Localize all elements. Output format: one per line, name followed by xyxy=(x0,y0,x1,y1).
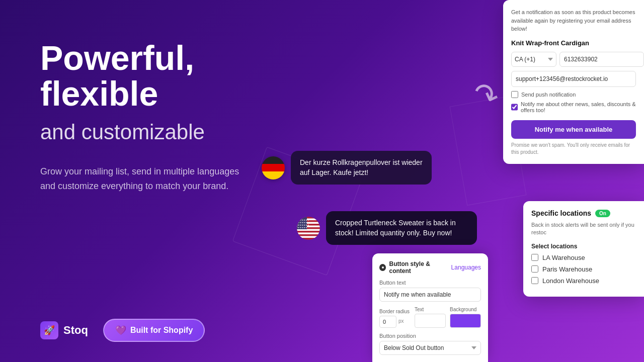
select-locations-title: Select locations xyxy=(531,243,636,250)
product-name: Knit Wrap-front Cardigan xyxy=(511,39,636,47)
hero-description: Grow your mailing list, send in multiple… xyxy=(40,164,252,194)
text-color-swatch[interactable] xyxy=(415,314,446,328)
location-item-london: London Warehouse xyxy=(531,277,636,285)
location-la-checkbox[interactable] xyxy=(531,254,538,261)
location-paris-checkbox[interactable] xyxy=(531,265,538,273)
shopify-badge[interactable]: 💜 Built for Shopify xyxy=(103,319,205,342)
news-notification-row: Notify me about other news, sales, disco… xyxy=(511,101,636,113)
email-input[interactable] xyxy=(511,71,636,87)
location-item-la: LA Warehouse xyxy=(531,254,636,261)
bg-color-swatch[interactable] xyxy=(450,314,481,328)
locations-header: Specific locations On xyxy=(531,209,636,217)
locations-description: Back in stock alerts will be sent only i… xyxy=(531,221,636,237)
text-color-field: Text xyxy=(415,307,446,328)
card-header: Button style & content Languages xyxy=(379,260,481,275)
stoq-icon: 🚀 xyxy=(40,321,58,339)
hero-title: Powerful, flexible xyxy=(40,40,257,112)
svg-rect-7 xyxy=(297,236,320,238)
german-notification-bubble: Der kurze Rollkragenpullover ist wieder … xyxy=(262,151,432,185)
heart-icon: 💜 xyxy=(115,325,126,336)
text-color-label: Text xyxy=(415,307,446,312)
svg-text:★★★★★: ★★★★★ xyxy=(297,226,307,229)
background-color-field: Background xyxy=(450,307,481,328)
button-style-card: Button style & content Languages Button … xyxy=(372,253,488,362)
location-london-name: London Warehouse xyxy=(542,277,599,285)
locations-card: Specific locations On Back in stock aler… xyxy=(523,201,644,297)
button-position-select[interactable]: Below Sold Out button Above Sold Out but… xyxy=(379,341,481,355)
phone-number-input[interactable] xyxy=(559,52,644,67)
button-text-input[interactable] xyxy=(379,288,481,302)
english-text-bubble: Cropped Turtleneck Sweater is back in st… xyxy=(326,211,477,245)
news-notification-label: Notify me about other news, sales, disco… xyxy=(521,101,636,113)
border-radius-input[interactable] xyxy=(379,316,396,328)
push-notification-label: Send push notification xyxy=(521,92,576,98)
flag-black-stripe xyxy=(262,156,285,164)
flag-gold-stripe xyxy=(262,171,285,179)
svg-rect-5 xyxy=(297,229,320,231)
phone-country-select[interactable]: CA (+1) US (+1) UK (+44) xyxy=(511,52,556,67)
hero-section: Powerful, flexible and customizable Grow… xyxy=(0,0,282,362)
button-position-label: Button position xyxy=(379,333,481,339)
german-bubble-text: Der kurze Rollkragenpullover ist wieder … xyxy=(300,158,423,176)
english-bubble-text: Cropped Turtleneck Sweater is back in st… xyxy=(335,219,456,237)
flag-red-stripe xyxy=(262,164,285,171)
card-title-row: Button style & content xyxy=(379,260,451,275)
button-text-label: Button text xyxy=(379,280,481,286)
card-title: Button style & content xyxy=(389,260,451,275)
location-item-paris: Paris Warehouse xyxy=(531,265,636,273)
settings-icon xyxy=(379,264,386,271)
location-la-name: LA Warehouse xyxy=(542,254,585,261)
border-radius-label: Border radius xyxy=(379,309,411,314)
languages-link[interactable]: Languages xyxy=(451,264,481,271)
english-notification-bubble: ★★★★★★ ★★★★★ ★★★★★★ ★★★★★ Cropped Turtle… xyxy=(297,211,477,245)
push-notification-checkbox[interactable] xyxy=(511,91,518,98)
news-notification-checkbox[interactable] xyxy=(511,104,518,111)
shopify-label: Built for Shopify xyxy=(130,326,193,335)
us-flag: ★★★★★★ ★★★★★ ★★★★★★ ★★★★★ xyxy=(297,217,320,240)
border-radius-field: Border radius px xyxy=(379,309,411,328)
notification-description: Get a notification as soon as this produ… xyxy=(511,8,636,33)
border-radius-unit: px xyxy=(397,316,405,328)
spam-note: Promise we won't spam. You'll only recei… xyxy=(511,142,636,156)
notify-button[interactable]: Notify me when available xyxy=(511,120,636,139)
german-text-bubble: Der kurze Rollkragenpullover ist wieder … xyxy=(291,151,432,185)
svg-point-13 xyxy=(382,266,384,268)
location-london-checkbox[interactable] xyxy=(531,277,538,284)
stoq-brand: 🚀 Stoq xyxy=(40,321,88,339)
style-fields: Border radius px Text Background xyxy=(379,307,481,328)
locations-title: Specific locations xyxy=(531,209,591,217)
hero-subtitle: and customizable xyxy=(40,120,257,144)
push-notification-row: Send push notification xyxy=(511,91,636,98)
on-badge: On xyxy=(595,210,610,217)
notification-card: Get a notification as soon as this produ… xyxy=(503,0,644,164)
location-paris-name: Paris Warehouse xyxy=(542,265,592,273)
phone-row: CA (+1) US (+1) UK (+44) xyxy=(511,52,636,67)
svg-rect-6 xyxy=(297,232,320,234)
brand-name-text: Stoq xyxy=(63,324,88,337)
bg-color-label: Background xyxy=(450,307,481,312)
german-flag xyxy=(262,156,285,179)
